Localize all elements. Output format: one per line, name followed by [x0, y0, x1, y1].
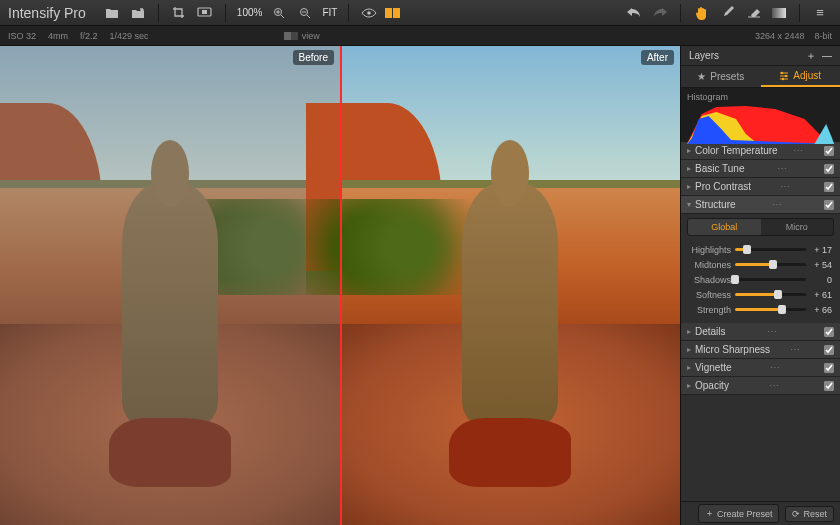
section-menu-icon[interactable]: ⋯: [777, 163, 788, 174]
layer-menu-icon[interactable]: —: [822, 50, 832, 61]
zoom-in-button[interactable]: [267, 4, 291, 22]
svg-rect-1: [202, 10, 207, 14]
slider-label: Softness: [689, 290, 731, 300]
section-enable-checkbox[interactable]: [824, 182, 834, 192]
svg-point-4: [368, 11, 372, 15]
before-badge: Before: [293, 50, 334, 65]
app-title: Intensify Pro: [8, 5, 86, 21]
section-menu-icon[interactable]: ⋯: [767, 326, 778, 337]
slider-value: 0: [810, 275, 832, 285]
image-dimensions: 3264 x 2448: [755, 31, 805, 41]
section-pro-contrast[interactable]: ▸Pro Contrast⋯: [681, 178, 840, 196]
slider-track[interactable]: [735, 278, 806, 281]
eraser-tool-button[interactable]: [741, 4, 765, 22]
slider-softness[interactable]: Softness+ 61: [689, 287, 832, 302]
slider-value: + 66: [810, 305, 832, 315]
slider-track[interactable]: [735, 248, 806, 251]
exif-aperture: f/2.2: [80, 31, 98, 41]
panel-title: Layers: [689, 50, 719, 61]
exif-focal: 4mm: [48, 31, 68, 41]
preview-toggle-button[interactable]: [357, 4, 381, 22]
after-view: [340, 46, 680, 525]
before-view: [0, 46, 340, 525]
section-color-temperature[interactable]: ▸Color Temperature⋯: [681, 142, 840, 160]
section-menu-icon[interactable]: ⋯: [770, 362, 781, 373]
section-micro-sharpness[interactable]: ▸Micro Sharpness⋯: [681, 341, 840, 359]
section-enable-checkbox[interactable]: [824, 146, 834, 156]
after-badge: After: [641, 50, 674, 65]
compare-divider[interactable]: [340, 46, 342, 525]
slider-label: Midtones: [689, 260, 731, 270]
zoom-percent[interactable]: 100%: [234, 7, 266, 18]
image-canvas[interactable]: Before After: [0, 46, 680, 525]
section-structure[interactable]: ▾Structure⋯: [681, 196, 840, 214]
exif-shutter: 1/429 sec: [110, 31, 149, 41]
section-menu-icon[interactable]: ⋯: [772, 199, 783, 210]
star-icon: ★: [697, 71, 706, 82]
slider-value: + 54: [810, 260, 832, 270]
section-vignette[interactable]: ▸Vignette⋯: [681, 359, 840, 377]
view-label: view: [302, 31, 320, 41]
reset-button[interactable]: ⟳Reset: [785, 506, 834, 522]
section-details[interactable]: ▸Details⋯: [681, 323, 840, 341]
slider-label: Strength: [689, 305, 731, 315]
section-enable-checkbox[interactable]: [824, 363, 834, 373]
structure-subtab-global[interactable]: Global: [688, 219, 761, 235]
section-enable-checkbox[interactable]: [824, 200, 834, 210]
redo-button[interactable]: [648, 4, 672, 22]
sliders-icon: [779, 71, 789, 81]
exif-iso: ISO 32: [8, 31, 36, 41]
top-toolbar: Intensify Pro 100% FIT: [0, 0, 840, 26]
compare-mode-button[interactable]: [383, 4, 402, 22]
open-file-button[interactable]: [100, 4, 124, 22]
zoom-out-button[interactable]: [293, 4, 317, 22]
section-menu-icon[interactable]: ⋯: [780, 181, 791, 192]
slider-value: + 17: [810, 245, 832, 255]
tab-presets[interactable]: ★ Presets: [681, 66, 761, 87]
add-layer-button[interactable]: ＋: [806, 49, 816, 63]
slider-highlights[interactable]: Highlights+ 17: [689, 242, 832, 257]
svg-point-6: [781, 71, 783, 73]
section-menu-icon[interactable]: ⋯: [793, 145, 804, 156]
hand-tool-button[interactable]: [689, 4, 713, 22]
section-basic-tune[interactable]: ▸Basic Tune⋯: [681, 160, 840, 178]
tab-adjust[interactable]: Adjust: [761, 66, 841, 87]
slider-track[interactable]: [735, 263, 806, 266]
adjust-panel: Layers ＋ — ★ Presets Adjust Histogram: [680, 46, 840, 525]
section-enable-checkbox[interactable]: [824, 164, 834, 174]
slider-shadows[interactable]: Shadows0: [689, 272, 832, 287]
histogram-label: Histogram: [687, 92, 834, 102]
structure-subtab-micro[interactable]: Micro: [761, 219, 834, 235]
section-opacity[interactable]: ▸Opacity⋯: [681, 377, 840, 395]
section-enable-checkbox[interactable]: [824, 345, 834, 355]
settings-menu-icon[interactable]: ≡: [808, 4, 832, 22]
view-mode-icon[interactable]: [284, 32, 298, 40]
svg-point-7: [785, 74, 787, 76]
svg-point-8: [782, 77, 784, 79]
section-enable-checkbox[interactable]: [824, 327, 834, 337]
histogram-graph: [687, 104, 834, 144]
create-preset-button[interactable]: ＋Create Preset: [698, 504, 780, 523]
histogram-section: Histogram: [681, 88, 840, 142]
crop-button[interactable]: [167, 4, 191, 22]
svg-rect-5: [772, 8, 786, 18]
zoom-fit-button[interactable]: FIT: [319, 7, 340, 18]
slider-track[interactable]: [735, 293, 806, 296]
plus-icon: ＋: [705, 507, 714, 520]
slider-value: + 61: [810, 290, 832, 300]
undo-button[interactable]: [622, 4, 646, 22]
image-bit-depth: 8-bit: [814, 31, 832, 41]
exif-infobar: ISO 32 4mm f/2.2 1/429 sec view 3264 x 2…: [0, 26, 840, 46]
screen-button[interactable]: [193, 4, 217, 22]
export-button[interactable]: [126, 4, 150, 22]
slider-label: Highlights: [689, 245, 731, 255]
gradient-tool-button[interactable]: [767, 4, 791, 22]
slider-strength[interactable]: Strength+ 66: [689, 302, 832, 317]
section-enable-checkbox[interactable]: [824, 381, 834, 391]
section-menu-icon[interactable]: ⋯: [769, 380, 780, 391]
slider-midtones[interactable]: Midtones+ 54: [689, 257, 832, 272]
brush-tool-button[interactable]: [715, 4, 739, 22]
refresh-icon: ⟳: [792, 509, 800, 519]
slider-track[interactable]: [735, 308, 806, 311]
section-menu-icon[interactable]: ⋯: [790, 344, 801, 355]
